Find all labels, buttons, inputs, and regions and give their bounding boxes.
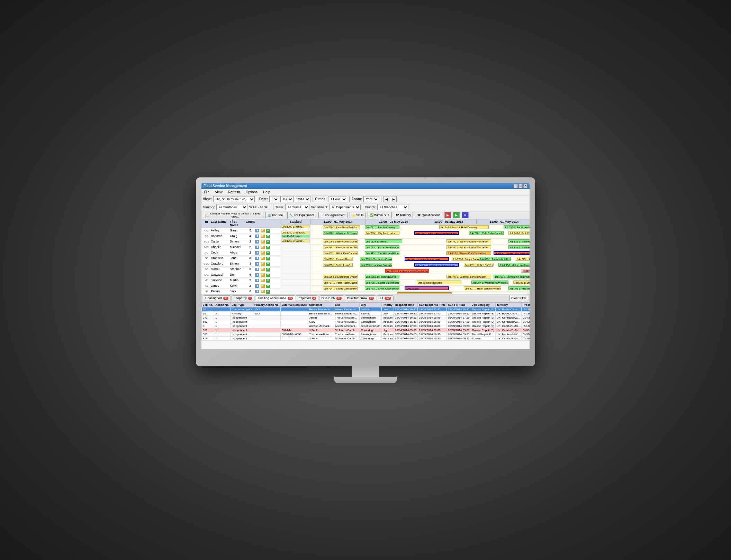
- stacked-item[interactable]: Job:1000-1: Astley...: [281, 225, 310, 228]
- gantt-bar[interactable]: Job:1066-1: Electronics System...: [323, 275, 358, 278]
- tab-rejected[interactable]: Rejected 4: [296, 295, 318, 301]
- gantt-bar[interactable]: Health/Medical: Dentist: [521, 269, 530, 273]
- engineer-row[interactable]: KJ Janes Kelvin 2 📋 📊 🗺: [201, 283, 281, 289]
- engineer-row[interactable]: SG Garrel Stephen 0 📋 📊 🗺: [201, 267, 281, 272]
- gantt-bar[interactable]: Job:787-1: Pasta Pasta/Basingstoke: [323, 281, 358, 284]
- gantt-bar[interactable]: Izza Giovanni/Reading: [417, 281, 461, 284]
- for-agreement-btn[interactable]: 📄 For Agreement: [318, 212, 348, 218]
- nav-prev-button[interactable]: ◀: [383, 196, 389, 202]
- engineer-row[interactable]: MJ Jackson Martin 2 📋 📊 🗺: [201, 278, 281, 283]
- view-select[interactable]: UK, South Eastern (B): [213, 196, 255, 202]
- tab-unassigned[interactable]: Unassigned 33: [203, 295, 231, 301]
- gantt-bar[interactable]: Job:797-1: Windmill Inn/Winchester: [471, 281, 508, 284]
- schedule-area[interactable]: Stacked 11:00 - 01 May 2014 12:00 - 01 M…: [281, 219, 530, 294]
- tab-awaiting[interactable]: Awaiting Acceptance 85: [255, 295, 295, 301]
- department-select[interactable]: All Departments: [330, 204, 361, 210]
- engineer-row[interactable]: GA Astley Gary 5 📋 📊 🗺: [201, 228, 281, 233]
- table-scroll[interactable]: Job No.Action No.Link TypePrimary Action…: [201, 302, 530, 349]
- gantt-bar[interactable]: Job:700-1: Bar Prohibition/Winchester: [446, 245, 491, 249]
- table-row[interactable]: 3661Independent567-NMJ SmithSt James/Cam…: [202, 328, 530, 332]
- gantt-bar[interactable]: Job:831-1: Trenton Foods/Ashford: [508, 239, 530, 243]
- close-button[interactable]: ✕: [523, 184, 527, 188]
- minimize-button[interactable]: ─: [514, 184, 518, 188]
- territory-select[interactable]: All Territories...: [216, 204, 247, 210]
- engineer-row[interactable]: DG Gatward Don 6 📋 📊 🗺: [201, 272, 281, 278]
- menu-refresh[interactable]: Refresh: [227, 190, 241, 194]
- gantt-bar[interactable]: Job:699-1: Sahib Asian/London: [323, 263, 353, 267]
- gantt-bar[interactable]: Job:773-1: China Asian/Bedford: [365, 286, 399, 290]
- branch-select[interactable]: All Branches: [377, 204, 408, 210]
- gantt-bar[interactable]: Job:738-1: Café Coffee/Hereford: [469, 231, 504, 235]
- gantt-bar[interactable]: Job:790-1: City Bar/London: [365, 231, 399, 235]
- gantt-bar[interactable]: Job:801-1: Hilton Garden/Portsmouth: [464, 286, 501, 290]
- table-row[interactable]: 5621IndependentGaryThe Lenox/Birm...Birm…: [202, 320, 530, 324]
- gantt-bar[interactable]: Job:805-1: Hotel City/Cambridge: [494, 251, 530, 255]
- table-row[interactable]: 8191IndependentJ SmithSt James/Camb...Ca…: [202, 336, 530, 340]
- gantt-bar[interactable]: Job:687-1: Franklin Hotel/London: [479, 257, 511, 261]
- gantt-bar[interactable]: in Wycombe: [405, 286, 449, 290]
- gantt-bar[interactable]: Job:813-1: The Hempwell/Norwich: [365, 251, 399, 255]
- filter-icon-btn2[interactable]: ▶: [453, 212, 460, 218]
- for-equipment-btn[interactable]: 🔧 For Equipment: [287, 212, 316, 218]
- tab-due8h[interactable]: Due in 8h 31: [319, 295, 344, 301]
- menu-file[interactable]: File: [203, 190, 210, 194]
- nav-next-button[interactable]: ▶: [391, 196, 397, 202]
- gantt-bar[interactable]: Job:692-1: Landmark Hotel/Cambridge: [385, 269, 430, 273]
- gantt-bar[interactable]: Job:1129-1: Kettric...: [365, 239, 402, 243]
- tab-due-tomorrow[interactable]: Due Tomorrow 12: [345, 295, 377, 301]
- engineer-row[interactable]: SC1 Carter Simon 2 📋 📊 🗺: [201, 239, 281, 245]
- gantt-bar[interactable]: Job:735-1: Bar Sports/Hereford: [504, 225, 530, 229]
- territory-btn[interactable]: 🗺 Territory: [394, 212, 413, 218]
- gantt-bar[interactable]: Job:729-1: Burger Bar/Wo: [452, 257, 481, 261]
- gantt-bar[interactable]: Job:769-1: Jackson Foods/London: [360, 263, 392, 267]
- gantt-bar[interactable]: Job:721-1: Bar S6/Crawley: [365, 225, 399, 229]
- gantt-bar[interactable]: Job:794-1: Brewsters Food/Portsmouth: [323, 245, 358, 249]
- gantt-bar[interactable]: Job:700-1: Bar Prohibition/Winchester: [446, 239, 491, 243]
- engineer-row[interactable]: MC Chaplin Michael 2 📋 📊 🗺: [201, 245, 281, 250]
- table-row[interactable]: 101Concurrent (with10-2Before Electronic…: [202, 307, 530, 311]
- change-planner-btn[interactable]: 📋 Change Planner View to default or save…: [203, 212, 263, 218]
- filter-icon-btn3[interactable]: ✕: [462, 212, 469, 218]
- gantt-bar[interactable]: Job:695-1: Metro Hotel/London: [498, 263, 530, 267]
- engineer-row[interactable]: JP Peters Jack 0 📋 📊 🗺: [201, 289, 281, 294]
- gantt-bar[interactable]: Job:785-1: Pizza Giovanni/Reading: [365, 245, 399, 249]
- gantt-bar[interactable]: Job:693-1: Pascatti Brasserie/London: [323, 257, 353, 261]
- tab-jeopardy[interactable]: Jeopardy 1: [232, 295, 254, 301]
- zoom-select[interactable]: 200%: [363, 196, 379, 202]
- gantt-bar[interactable]: Job:769-1: The Lenox/Crawley: [360, 257, 392, 261]
- gantt-bar[interactable]: Job:764-1: Sports Café/Bedford: [323, 286, 358, 290]
- gantt-bar[interactable]: Job:688-1: Whirlpool Bircreams/London: [323, 231, 358, 235]
- table-row[interactable]: 31IndependentAdeste Mechani...Adeste Mec…: [202, 324, 530, 328]
- engineer-row[interactable]: SSC Crawford Simon 3 📋 📊 🗺: [201, 261, 281, 267]
- gantt-bar[interactable]: Job:1068-1: Holiday/BYZ+B: [365, 275, 399, 278]
- gantt-bar[interactable]: Job:687-1: Coffee Café/London: [464, 263, 494, 267]
- date-month[interactable]: May: [280, 196, 294, 202]
- clear-filter-btn[interactable]: Clear Filter: [509, 295, 528, 301]
- filter-icon-btn1[interactable]: ▶: [444, 212, 451, 218]
- maximize-button[interactable]: □: [518, 184, 523, 188]
- date-year[interactable]: 2014: [295, 196, 310, 202]
- gantt-bar[interactable]: Job:1067-1: Electronica Systems/Newbury: [397, 292, 451, 294]
- skills-btn[interactable]: ⭐ Skills: [350, 212, 366, 218]
- gantt-bar[interactable]: Job:769-1: President Hotels/Milton Keyne…: [508, 286, 530, 290]
- gantt-bar[interactable]: Job:797-1: Windmill Inn/Winchester: [446, 275, 491, 278]
- stacked-item[interactable]: Job:1060-3: Carter...: [281, 239, 310, 242]
- gantt-bar[interactable]: Job:831-1: Trenton Foods/Ashford: [508, 245, 530, 249]
- gantt-bar[interactable]: Job:796-1: Sports Bar/Winchester: [365, 281, 399, 284]
- gantt-bar[interactable]: Job:783-1: Brewsters Food/Portsmouth: [494, 275, 530, 278]
- engineer-row[interactable]: JC Cranfield Jane 3 📋 📊 🗺: [201, 256, 281, 261]
- gantt-bar[interactable]: Job:708-1: Browns Restaurant/Soho: [414, 263, 459, 267]
- menu-help[interactable]: Help: [262, 190, 271, 194]
- date-day[interactable]: 01: [269, 196, 279, 202]
- table-row[interactable]: 102Primary10-2Before Electronic...Before…: [202, 311, 530, 315]
- gantt-bar[interactable]: Job:1066-1: Bello Motors/Catterto: [323, 239, 358, 243]
- tab-all[interactable]: All 206: [377, 295, 394, 301]
- table-row[interactable]: 5631Independent00987/NM/0599The Lenox/Bi…: [202, 332, 530, 336]
- team-select[interactable]: All Teams: [285, 204, 309, 210]
- menu-view[interactable]: View: [214, 190, 224, 194]
- qualifications-btn[interactable]: 🎓 Qualifications: [415, 212, 442, 218]
- menu-options[interactable]: Options: [245, 190, 259, 194]
- gantt-bar[interactable]: Job:746-1: Park Plaza/Wolverhampton: [414, 231, 459, 235]
- clmns-select[interactable]: 1 Hour: [328, 196, 347, 202]
- stacked-item-2[interactable]: Job:1040-2: Note...: [281, 235, 310, 238]
